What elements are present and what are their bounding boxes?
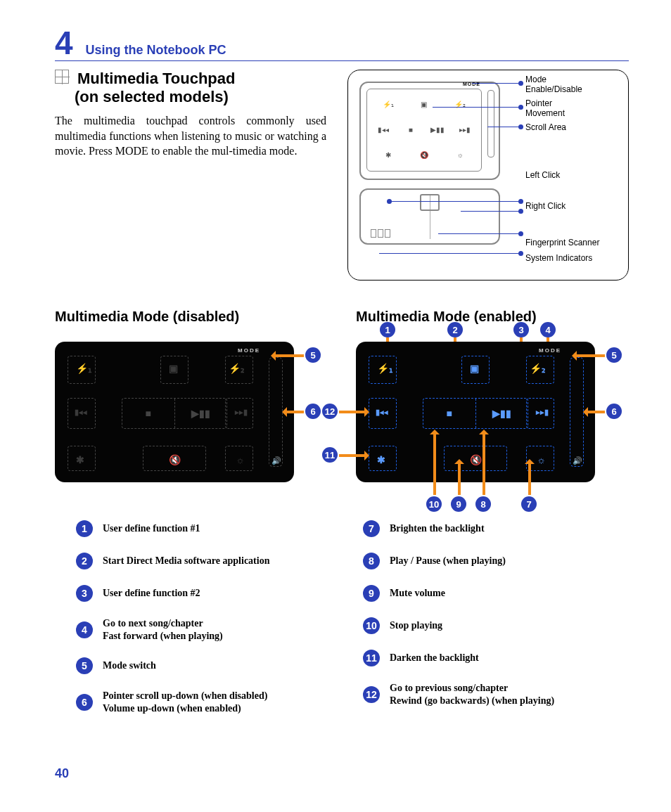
glyph-next: ▸▸▮ bbox=[235, 408, 248, 417]
legend-num: 9 bbox=[363, 585, 380, 602]
legend-item: 4Go to next song/chapter Fast forward (w… bbox=[76, 617, 342, 642]
glyph-mute: 🔇 bbox=[470, 454, 482, 465]
arrow-10 bbox=[433, 432, 436, 495]
arrow-9 bbox=[458, 461, 461, 495]
lead-left bbox=[390, 201, 520, 202]
touchpad-icon bbox=[55, 70, 69, 84]
legend-num: 5 bbox=[76, 657, 93, 674]
glyph-prev: ▮◂◂ bbox=[75, 408, 87, 417]
callout-5: 5 bbox=[305, 347, 321, 363]
legend-num: 11 bbox=[363, 650, 380, 666]
callout-6b: 6 bbox=[606, 404, 622, 419]
label-mode: Mode Enable/Disable bbox=[525, 75, 582, 94]
glyph-bright: ☼ bbox=[236, 454, 245, 465]
legend-num: 7 bbox=[363, 520, 380, 537]
callout-9: 9 bbox=[451, 496, 466, 512]
label-scroll: Scroll Area bbox=[525, 122, 566, 132]
legend-item: 5Mode switch bbox=[76, 657, 342, 674]
glyph-bright: ☼ bbox=[537, 454, 546, 465]
legend-text: Darken the backlight bbox=[390, 652, 479, 664]
section-body: The multimedia touchpad controls commonl… bbox=[55, 113, 326, 159]
legend-text: Start Direct Media software application bbox=[103, 555, 269, 567]
arrow-5 bbox=[273, 354, 304, 357]
legend-text: Stop playing bbox=[390, 619, 442, 632]
glyph-f1: ⚡₁ bbox=[381, 101, 395, 108]
legend-item: 7Brighten the backlight bbox=[363, 520, 629, 537]
arrow-6b bbox=[585, 411, 605, 413]
legend-num: 8 bbox=[363, 553, 380, 569]
glyph-dark: ✱ bbox=[377, 454, 385, 465]
legend-text: User define function #2 bbox=[103, 587, 200, 600]
legend-num: 10 bbox=[363, 617, 380, 634]
chapter-number: 4 bbox=[55, 27, 73, 59]
arrow-11 bbox=[339, 454, 367, 457]
lead-sys bbox=[379, 253, 520, 254]
legend-item: 12Go to previous song/chapter Rewind (go… bbox=[363, 682, 629, 707]
chapter-header: 4 Using the Notebook PC bbox=[55, 27, 629, 61]
legend-item: 9Mute volume bbox=[363, 585, 629, 602]
glyph-bright: ☼ bbox=[453, 151, 467, 159]
legend-right: 7Brighten the backlight 8Play / Pause (w… bbox=[363, 520, 629, 730]
lead-right bbox=[461, 211, 520, 212]
lead-scroll bbox=[487, 127, 520, 127]
legend-text: Pointer scroll up-down (when disabled) V… bbox=[103, 690, 267, 714]
mode-enabled-heading: Multimedia Mode (enabled) bbox=[356, 309, 629, 325]
legend-num: 3 bbox=[76, 585, 93, 602]
label-right: Right Click bbox=[525, 201, 565, 211]
glyph-vol: 🔊 bbox=[573, 456, 582, 465]
legend-text: Play / Pause (when playing) bbox=[390, 555, 506, 567]
system-indicators-icon bbox=[371, 229, 399, 240]
legend-num: 2 bbox=[76, 553, 93, 569]
label-sys: System Indicators bbox=[525, 253, 592, 263]
arrow-7 bbox=[528, 461, 531, 495]
touchpad-surface: ⚡₁▣⚡₂ ▮◂◂■▶▮▮▸▸▮ ✱🔇☼ bbox=[366, 89, 482, 172]
arrow-5b bbox=[574, 354, 605, 357]
mode-disabled-figure: Multimedia Mode (disabled) MODE ■▶▮▮ ⚡₁ … bbox=[55, 309, 328, 482]
glyph-prev: ▮◂◂ bbox=[376, 126, 390, 134]
glyph-media: ▣ bbox=[417, 101, 431, 108]
glyph-dark: ✱ bbox=[381, 151, 395, 159]
lead-pointer bbox=[433, 107, 520, 108]
callout-2: 2 bbox=[447, 322, 463, 337]
callout-7: 7 bbox=[521, 496, 537, 512]
legend-text: Mute volume bbox=[390, 587, 445, 600]
glyph-f2: ⚡₂ bbox=[229, 363, 245, 374]
callout-12: 12 bbox=[322, 404, 338, 419]
legend-num: 1 bbox=[76, 520, 93, 537]
legend-item: 1User define function #1 bbox=[76, 520, 342, 537]
glyph-mute: 🔇 bbox=[417, 151, 431, 159]
mode-tag: MODE bbox=[539, 347, 561, 354]
glyph-next: ▸▸▮ bbox=[536, 408, 549, 417]
callout-6: 6 bbox=[305, 404, 321, 419]
callout-10: 10 bbox=[426, 496, 442, 512]
fingerprint-icon bbox=[420, 194, 440, 211]
touchpad-outline: MODE ⚡₁▣⚡₂ ▮◂◂■▶▮▮▸▸▮ ✱🔇☼ bbox=[359, 82, 500, 180]
arrow-12 bbox=[339, 411, 367, 413]
callout-11: 11 bbox=[322, 447, 338, 463]
legend-item: 8Play / Pause (when playing) bbox=[363, 553, 629, 569]
glyph-dark: ✱ bbox=[76, 454, 84, 465]
legend-item: 10Stop playing bbox=[363, 617, 629, 634]
glyph-stop: ■ bbox=[404, 126, 418, 134]
button-bar bbox=[359, 188, 500, 245]
label-fp: Fingerprint Scanner bbox=[525, 238, 599, 247]
callout-4: 4 bbox=[540, 322, 556, 337]
glyph-vol: 🔊 bbox=[271, 456, 281, 465]
lead-fp bbox=[438, 233, 520, 234]
callout-3: 3 bbox=[513, 322, 529, 337]
glyph-f2: ⚡₂ bbox=[530, 363, 546, 374]
legend-item: 2Start Direct Media software application bbox=[76, 553, 342, 569]
glyph-f1: ⚡₁ bbox=[76, 363, 92, 374]
legend: 1User define function #1 2Start Direct M… bbox=[55, 520, 629, 730]
callout-1: 1 bbox=[380, 322, 395, 337]
legend-num: 4 bbox=[76, 621, 93, 638]
page-number: 40 bbox=[55, 766, 69, 781]
glyph-mute: 🔇 bbox=[169, 454, 181, 465]
legend-num: 12 bbox=[363, 686, 380, 703]
callout-5b: 5 bbox=[606, 347, 622, 363]
touchpad-enabled: MODE ■▶▮▮ ⚡₁ ▣ ⚡₂ ▮◂◂ ▸▸▮ ✱ 🔇 ☼ 🔊 bbox=[356, 342, 595, 482]
legend-text: Brighten the backlight bbox=[390, 522, 485, 535]
section-heading-line1: Multimedia Touchpad bbox=[77, 70, 235, 87]
section-heading-line2: (on selected models) bbox=[75, 88, 326, 106]
legend-item: 3User define function #2 bbox=[76, 585, 342, 602]
